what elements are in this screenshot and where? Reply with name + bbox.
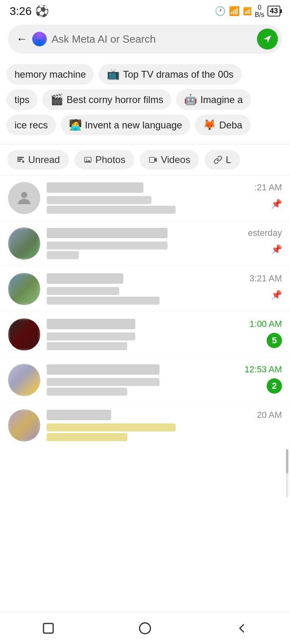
avatar: [8, 364, 40, 396]
avatar-placeholder: [8, 182, 40, 214]
tab-links-label: L: [226, 154, 231, 165]
conv-content: esterday 📌: [47, 228, 282, 259]
filter-tabs: Unread Photos Videos L: [0, 144, 290, 175]
square-icon: [41, 621, 56, 636]
chip-memory[interactable]: hemory machine: [6, 64, 94, 85]
svg-rect-8: [44, 623, 53, 633]
scrollbar-thumb[interactable]: [286, 449, 288, 473]
conv-msg-line2: [47, 433, 127, 441]
list-item[interactable]: 12:53 AM 2: [0, 357, 290, 403]
conv-top: :21 AM: [47, 182, 282, 193]
send-button[interactable]: [257, 29, 278, 50]
nav-square-button[interactable]: [36, 616, 60, 640]
avatar-image: [8, 318, 40, 351]
svg-point-3: [22, 161, 24, 163]
scrollbar-track[interactable]: [286, 449, 288, 497]
list-item[interactable]: esterday 📌: [0, 221, 290, 266]
conv-preview: 5: [47, 331, 282, 350]
list-item[interactable]: 1:00 AM 5: [0, 312, 290, 357]
tab-photos-label: Photos: [95, 154, 126, 165]
status-bar: 3:26 ⚽ 🕐 📶 📶 0B/s 43: [0, 0, 290, 21]
chip-icerecs-label: ice recs: [14, 120, 48, 131]
chips-row-3: ice recs 🧑‍💻 Invent a new language 🦊 Deb…: [0, 112, 290, 138]
chip-horror[interactable]: 🎬 Best corny horror films: [42, 89, 171, 110]
svg-rect-1: [17, 159, 23, 160]
conv-msg-line2: [47, 297, 160, 305]
chip-tvdramas[interactable]: 📺 Top TV dramas of the 00s: [99, 64, 241, 85]
avatar: [8, 409, 40, 442]
conv-top: 20 AM: [47, 410, 282, 420]
conv-content: 20 AM: [47, 410, 282, 441]
links-icon: [213, 155, 222, 164]
chip-debate-label: Deba: [219, 120, 242, 131]
conv-msg-line1: [47, 196, 151, 204]
conv-name: [47, 410, 111, 420]
conv-name: [47, 228, 168, 238]
chip-imagine-label: Imagine a: [200, 94, 242, 105]
conv-top: 3:21 AM: [47, 273, 282, 284]
chip-debate-icon: 🦊: [203, 119, 216, 131]
status-time: 3:26 ⚽: [10, 4, 49, 18]
chip-debate[interactable]: 🦊 Deba: [195, 115, 250, 135]
conv-content: 3:21 AM 📌: [47, 273, 282, 305]
tab-videos-label: Videos: [161, 154, 190, 165]
chip-icerecs[interactable]: ice recs: [6, 115, 56, 135]
alarm-icon: 🕐: [215, 6, 226, 17]
avatar: [8, 227, 40, 260]
conv-msg-line1: [47, 287, 119, 295]
chips-row-2: tips 🎬 Best corny horror films 🤖 Imagine…: [0, 87, 290, 112]
list-item[interactable]: :21 AM 📌: [0, 175, 290, 221]
wifi-icon: 📶: [229, 6, 240, 17]
conv-name: [47, 273, 123, 284]
svg-point-9: [140, 623, 151, 634]
conv-preview: 📌: [47, 240, 282, 259]
chip-tips[interactable]: tips: [6, 89, 37, 110]
chips-section: hemory machine 📺 Top TV dramas of the 00…: [0, 60, 290, 144]
conv-top: esterday: [47, 228, 282, 238]
conv-msg-line1: [47, 378, 160, 386]
conv-msg-line2: [47, 342, 127, 350]
avatar-image: [8, 409, 40, 442]
chip-imagine[interactable]: 🤖 Imagine a: [176, 89, 251, 110]
conv-preview: [47, 422, 282, 441]
conv-name: [47, 182, 143, 193]
unread-badge: 2: [267, 378, 282, 394]
tab-links[interactable]: L: [205, 150, 240, 169]
svg-rect-6: [149, 157, 155, 163]
tab-photos[interactable]: Photos: [75, 150, 135, 169]
tab-unread[interactable]: Unread: [7, 150, 69, 169]
conv-content: 12:53 AM 2: [47, 364, 282, 396]
svg-rect-2: [17, 161, 21, 162]
list-item[interactable]: 20 AM: [0, 403, 290, 448]
tab-videos[interactable]: Videos: [140, 150, 199, 169]
avatar: [8, 318, 40, 351]
search-bar[interactable]: ← Ask Meta AI or Search: [8, 25, 282, 54]
conv-name: [47, 364, 160, 375]
battery-indicator: 43: [267, 6, 280, 17]
person-icon: [15, 189, 33, 207]
back-icon: [234, 621, 249, 636]
chip-language[interactable]: 🧑‍💻 Invent a new language: [61, 115, 191, 135]
avatar-image: [8, 227, 40, 260]
conv-msg-line2: [47, 206, 176, 214]
avatar-image: [8, 364, 40, 396]
conv-time: 12:53 AM: [244, 364, 282, 375]
list-item[interactable]: 3:21 AM 📌: [0, 266, 290, 312]
nav-home-button[interactable]: [133, 616, 157, 640]
chip-horror-label: Best corny horror films: [66, 94, 163, 105]
tab-unread-label: Unread: [28, 154, 60, 165]
conv-msg-line2: [47, 388, 127, 396]
conv-msg-line1: [47, 423, 176, 431]
chips-row-1: hemory machine 📺 Top TV dramas of the 00…: [0, 62, 290, 87]
conv-preview: 📌: [47, 285, 282, 305]
circle-icon: [138, 621, 152, 636]
chip-imagine-icon: 🤖: [184, 93, 197, 106]
soccer-icon: ⚽: [35, 4, 49, 18]
conv-name: [47, 319, 135, 329]
nav-back-button[interactable]: [230, 616, 254, 640]
photos-icon: [83, 155, 92, 164]
back-arrow-icon[interactable]: ←: [16, 33, 27, 45]
send-icon: [262, 34, 273, 44]
conv-msg-line1: [47, 332, 135, 341]
avatar: [8, 182, 40, 214]
